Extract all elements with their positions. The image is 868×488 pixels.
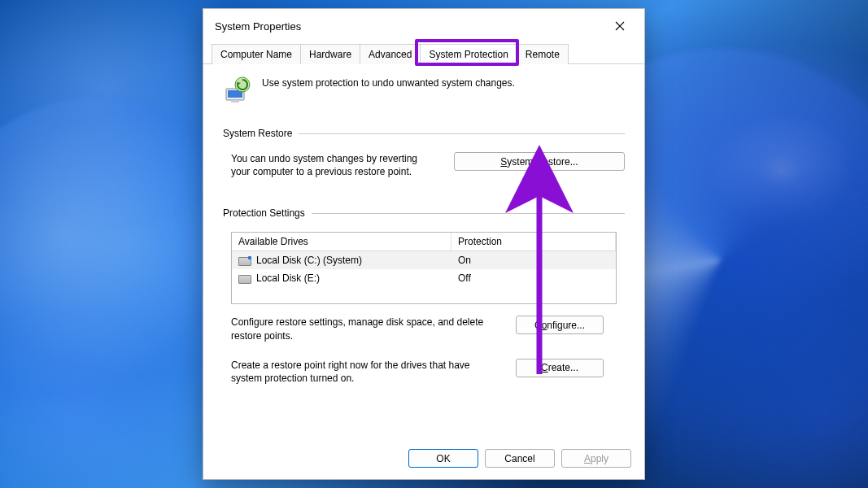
configure-button[interactable]: Configure... (516, 316, 604, 334)
divider (299, 133, 625, 134)
th-available-drives[interactable]: Available Drives (232, 233, 451, 251)
system-properties-dialog: System Properties Computer Name Hardware… (203, 8, 645, 480)
table-row[interactable]: Local Disk (E:) Off (232, 269, 616, 287)
dialog-footer: OK Cancel Apply (203, 441, 644, 479)
create-text: Create a restore point right now for the… (231, 359, 499, 385)
svg-rect-2 (231, 100, 239, 102)
drives-table: Available Drives Protection Local Disk (… (231, 232, 617, 304)
close-button[interactable] (604, 15, 636, 37)
tab-advanced[interactable]: Advanced (360, 44, 421, 64)
apply-button: Apply (561, 449, 631, 468)
create-row: Create a restore point right now for the… (231, 359, 617, 385)
tab-system-protection[interactable]: System Protection (420, 44, 517, 64)
ok-button[interactable]: OK (408, 449, 478, 468)
tab-content: Use system protection to undo unwanted s… (203, 64, 644, 441)
table-row[interactable]: Local Disk (C:) (System) On (232, 251, 616, 269)
close-icon (615, 21, 625, 31)
system-protection-icon (223, 76, 252, 105)
group-protection-settings-label: Protection Settings (223, 207, 305, 219)
drive-icon (238, 275, 251, 284)
table-row-empty (232, 287, 616, 303)
drives-table-header: Available Drives Protection (232, 233, 616, 251)
window-title: System Properties (215, 20, 301, 33)
th-protection[interactable]: Protection (451, 233, 616, 251)
group-system-restore-header: System Restore (223, 128, 625, 139)
divider (312, 213, 625, 214)
mnemonic-o: o (542, 320, 547, 331)
intro-row: Use system protection to undo unwanted s… (223, 76, 625, 105)
mnemonic-a: A (584, 453, 591, 464)
drive-protection: On (451, 251, 616, 269)
titlebar: System Properties (203, 9, 644, 43)
system-restore-row: You can undo system changes by reverting… (231, 152, 625, 178)
configure-text: Configure restore settings, manage disk … (231, 316, 499, 342)
mnemonic-c: C (541, 362, 548, 373)
drive-name: Local Disk (C:) (System) (256, 255, 362, 266)
create-button[interactable]: Create... (516, 359, 604, 377)
system-restore-text: You can undo system changes by reverting… (231, 152, 438, 178)
group-protection-settings-header: Protection Settings (223, 207, 625, 219)
drive-protection: Off (451, 269, 616, 287)
system-restore-button[interactable]: System Restore... (454, 152, 625, 171)
configure-row: Configure restore settings, manage disk … (231, 316, 617, 342)
system-restore-button-rest: ystem Restore... (507, 156, 578, 168)
group-system-restore-label: System Restore (223, 128, 292, 139)
drive-name: Local Disk (E:) (256, 272, 320, 284)
intro-text: Use system protection to undo unwanted s… (262, 76, 515, 89)
cancel-button[interactable]: Cancel (485, 449, 555, 468)
tab-row: Computer Name Hardware Advanced System P… (203, 43, 644, 64)
tab-computer-name[interactable]: Computer Name (212, 44, 301, 64)
drive-icon (238, 257, 251, 266)
tab-hardware[interactable]: Hardware (300, 44, 360, 64)
tab-remote[interactable]: Remote (517, 44, 569, 64)
